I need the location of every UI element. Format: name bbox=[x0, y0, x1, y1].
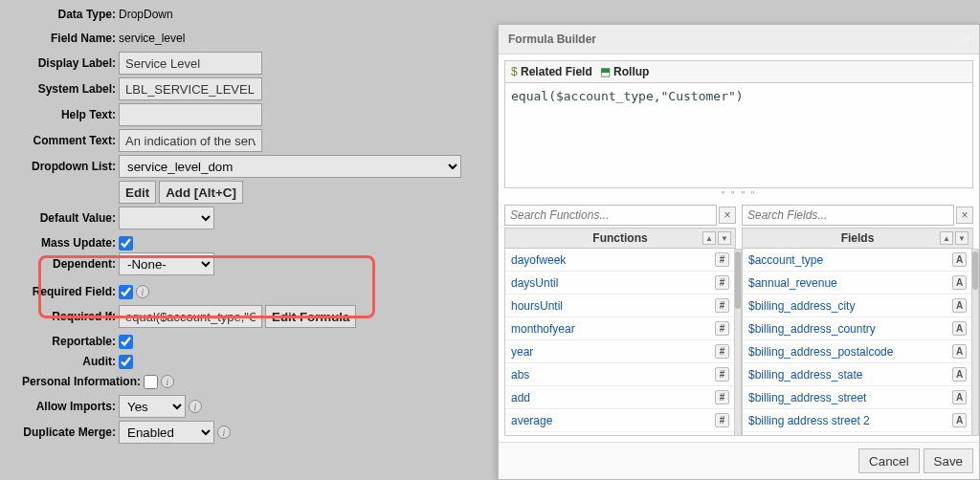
edit-formula-button[interactable]: Edit Formula bbox=[265, 305, 356, 328]
label-audit: Audit: bbox=[0, 355, 119, 368]
scrollbar[interactable] bbox=[971, 249, 979, 436]
functions-header: Functions bbox=[592, 231, 647, 245]
function-item[interactable]: add# bbox=[505, 386, 735, 409]
personal-info-checkbox[interactable] bbox=[144, 375, 158, 389]
field-item[interactable]: $billing_address_stateA bbox=[743, 363, 972, 386]
formula-textarea[interactable]: equal($account_type,"Customer") bbox=[504, 83, 973, 188]
label-reportable: Reportable: bbox=[0, 335, 119, 348]
value-field-name: service_level bbox=[119, 32, 185, 45]
add-dropdown-button[interactable]: Add [Alt+C] bbox=[159, 181, 243, 204]
label-mass-update: Mass Update: bbox=[0, 236, 119, 250]
dependent-select[interactable]: -None- bbox=[119, 252, 214, 275]
dropdown-list-select[interactable]: service_level_dom bbox=[119, 155, 461, 178]
mass-update-checkbox[interactable] bbox=[119, 236, 133, 251]
label-comment-text: Comment Text: bbox=[0, 134, 119, 147]
function-item[interactable]: year# bbox=[505, 340, 735, 363]
functions-list: dayofweek#daysUntil#hoursUntil#monthofye… bbox=[504, 249, 736, 436]
label-help-text: Help Text: bbox=[0, 108, 119, 121]
fields-list: $account_typeA$annual_revenueA$billing_a… bbox=[742, 249, 973, 436]
function-item[interactable]: dayofweek# bbox=[505, 249, 735, 272]
field-editor-form: Data Type:DropDown Field Name:service_le… bbox=[0, 0, 488, 447]
cancel-button[interactable]: Cancel bbox=[858, 448, 920, 473]
label-data-type: Data Type: bbox=[0, 8, 119, 21]
info-icon[interactable]: i bbox=[161, 375, 174, 388]
label-default-value: Default Value: bbox=[0, 211, 119, 225]
field-item[interactable]: $billing_address_postalcodeA bbox=[743, 340, 972, 363]
related-field-button[interactable]: $ Related Field bbox=[511, 65, 592, 78]
edit-dropdown-button[interactable]: Edit bbox=[119, 181, 156, 204]
sort-desc-icon[interactable]: ▼ bbox=[955, 231, 969, 245]
audit-checkbox[interactable] bbox=[119, 355, 133, 369]
formula-builder-modal: Formula Builder × $ Related Field ⬒ Roll… bbox=[498, 24, 980, 480]
allow-imports-select[interactable]: Yes bbox=[119, 395, 186, 418]
label-personal-info: Personal Information: bbox=[0, 375, 144, 388]
label-allow-imports: Allow Imports: bbox=[0, 400, 119, 413]
drag-handle-icon[interactable]: " " " " bbox=[504, 190, 973, 201]
function-item[interactable]: average# bbox=[505, 409, 735, 432]
sort-desc-icon[interactable]: ▼ bbox=[718, 231, 731, 245]
field-item[interactable]: $billing_address_countryA bbox=[743, 317, 972, 340]
sort-asc-icon[interactable]: ▲ bbox=[702, 231, 716, 245]
field-item[interactable]: $billing_address_cityA bbox=[743, 295, 972, 317]
clear-icon[interactable]: × bbox=[956, 207, 973, 224]
search-functions-input[interactable] bbox=[504, 205, 717, 226]
fields-header: Fields bbox=[841, 231, 875, 245]
label-duplicate-merge: Duplicate Merge: bbox=[0, 425, 119, 439]
rollup-button[interactable]: ⬒ Rollup bbox=[600, 65, 650, 78]
search-fields-input[interactable] bbox=[742, 205, 954, 226]
required-field-checkbox[interactable] bbox=[119, 285, 133, 299]
fields-panel: × Fields▲▼ $account_typeA$annual_revenue… bbox=[742, 205, 973, 436]
save-button[interactable]: Save bbox=[924, 448, 973, 473]
comment-text-input[interactable] bbox=[119, 129, 262, 152]
field-item[interactable]: $billing address street 2A bbox=[743, 409, 972, 432]
label-display-label: Display Label: bbox=[0, 56, 119, 70]
modal-title: Formula Builder bbox=[508, 33, 596, 46]
label-dependent: Dependent: bbox=[0, 257, 119, 271]
label-required-field: Required Field: bbox=[0, 285, 119, 298]
close-icon[interactable]: × bbox=[963, 32, 971, 49]
dollar-icon: $ bbox=[511, 65, 518, 78]
display-label-input[interactable] bbox=[119, 52, 262, 75]
label-required-if: Required If: bbox=[0, 310, 119, 323]
functions-panel: × Functions▲▼ dayofweek#daysUntil#hoursU… bbox=[504, 205, 736, 436]
scrollbar[interactable] bbox=[734, 249, 742, 436]
required-if-input[interactable] bbox=[119, 305, 262, 328]
field-item[interactable]: $annual_revenueA bbox=[743, 272, 972, 295]
function-item[interactable]: abs# bbox=[505, 363, 735, 386]
field-item[interactable]: $billing_address_streetA bbox=[743, 386, 972, 409]
field-item[interactable]: $account_typeA bbox=[743, 249, 972, 272]
sort-asc-icon[interactable]: ▲ bbox=[940, 231, 953, 245]
label-system-label: System Label: bbox=[0, 82, 119, 96]
info-icon[interactable]: i bbox=[217, 425, 231, 439]
label-field-name: Field Name: bbox=[0, 32, 119, 45]
label-dropdown-list: Dropdown List: bbox=[0, 160, 119, 173]
function-item[interactable]: hoursUntil# bbox=[505, 295, 735, 317]
value-data-type: DropDown bbox=[119, 8, 173, 21]
system-label-input[interactable] bbox=[119, 77, 262, 100]
reportable-checkbox[interactable] bbox=[119, 335, 133, 349]
default-value-select[interactable] bbox=[119, 207, 214, 229]
function-item[interactable]: monthofyear# bbox=[505, 317, 735, 340]
function-item[interactable]: daysUntil# bbox=[505, 272, 735, 295]
duplicate-merge-select[interactable]: Enabled bbox=[119, 421, 214, 444]
help-text-input[interactable] bbox=[119, 103, 262, 126]
info-icon[interactable]: i bbox=[136, 285, 149, 298]
clear-icon[interactable]: × bbox=[719, 207, 736, 224]
info-icon[interactable]: i bbox=[189, 400, 202, 413]
rollup-icon: ⬒ bbox=[600, 65, 611, 78]
formula-toolbar: $ Related Field ⬒ Rollup bbox=[504, 60, 973, 83]
modal-header: Formula Builder × bbox=[499, 25, 979, 55]
